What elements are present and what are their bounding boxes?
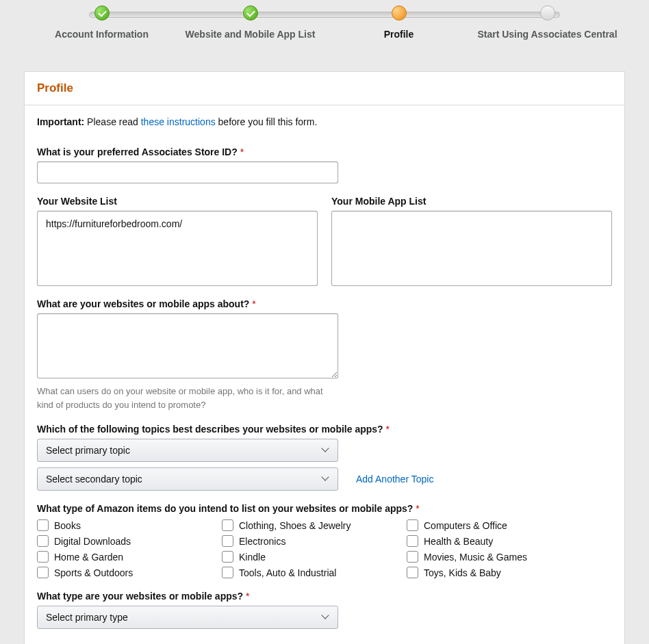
step-1: Website and Mobile App List: [176, 5, 324, 44]
checkbox-item[interactable]: Books: [37, 519, 222, 531]
card-header: Profile: [25, 72, 624, 105]
checkbox-label: Health & Beauty: [424, 536, 493, 547]
chevron-down-icon: [322, 446, 329, 452]
step-label: Account Information: [27, 29, 176, 40]
checkbox-label: Books: [54, 520, 81, 531]
important-prefix: Important:: [37, 116, 84, 127]
checkbox-box[interactable]: [37, 551, 49, 563]
checkbox-box[interactable]: [222, 551, 233, 563]
website-list-box[interactable]: https://furnitureforbedroom.com/: [37, 211, 318, 286]
chevron-down-icon: [322, 474, 329, 481]
card-title: Profile: [37, 81, 612, 95]
topic-primary-select[interactable]: Select primary topic: [37, 439, 338, 462]
checkbox-box[interactable]: [222, 519, 233, 531]
topic-secondary-select[interactable]: Select secondary topic: [37, 467, 338, 491]
step-label: Start Using Associates Central: [473, 29, 622, 40]
step-circle-done: [243, 5, 258, 21]
checkbox-item[interactable]: Movies, Music & Games: [407, 551, 591, 563]
checkbox-item[interactable]: Tools, Auto & Industrial: [222, 567, 407, 578]
step-0: Account Information: [27, 5, 176, 44]
store-id-input[interactable]: [37, 162, 338, 183]
progress-stepper: Account InformationWebsite and Mobile Ap…: [0, 0, 649, 71]
step-circle-active: [392, 5, 407, 21]
checkbox-box[interactable]: [407, 551, 418, 563]
checkbox-box[interactable]: [222, 567, 233, 578]
step-label: Profile: [324, 29, 473, 40]
checkbox-label: Home & Garden: [54, 552, 123, 563]
add-topic-link[interactable]: Add Another Topic: [356, 474, 433, 485]
checkbox-item[interactable]: Digital Downloads: [37, 535, 222, 547]
step-3: Start Using Associates Central: [473, 5, 622, 44]
required-star: *: [416, 503, 419, 514]
about-textarea[interactable]: [37, 313, 338, 378]
checkbox-box[interactable]: [37, 567, 49, 578]
checkbox-box[interactable]: [407, 519, 418, 531]
checkbox-item[interactable]: Health & Beauty: [407, 535, 591, 547]
items-label: What type of Amazon items do you intend …: [37, 503, 612, 514]
checkbox-label: Tools, Auto & Industrial: [239, 567, 336, 578]
checkbox-label: Computers & Office: [424, 520, 507, 531]
mobile-list-box[interactable]: [331, 211, 612, 286]
instructions-link[interactable]: these instructions: [141, 116, 216, 127]
required-star: *: [386, 424, 390, 435]
step-label: Website and Mobile App List: [176, 29, 324, 40]
checkbox-box[interactable]: [407, 535, 418, 547]
important-text-after: before you fill this form.: [216, 116, 318, 127]
chevron-down-icon: [322, 613, 329, 619]
checkbox-item[interactable]: Home & Garden: [37, 551, 222, 563]
important-notice: Important: Please read these instruction…: [37, 116, 612, 127]
checkbox-label: Clothing, Shoes & Jewelry: [239, 520, 351, 531]
type-label: What type are your websites or mobile ap…: [37, 591, 612, 602]
required-star: *: [252, 298, 255, 309]
select-value: Select primary type: [46, 612, 128, 623]
required-star: *: [246, 591, 249, 602]
step-circle-done: [94, 5, 110, 21]
checkbox-box[interactable]: [222, 535, 233, 547]
checkbox-box[interactable]: [37, 535, 49, 547]
step-2: Profile: [324, 5, 473, 44]
checkbox-item[interactable]: Electronics: [222, 535, 407, 547]
about-label: What are your websites or mobile apps ab…: [37, 298, 612, 309]
select-value: Select secondary topic: [46, 474, 142, 485]
about-hint: What can users do on your website or mob…: [37, 385, 338, 411]
checkbox-box[interactable]: [407, 567, 418, 578]
required-star: *: [240, 146, 244, 157]
important-text-before: Please read: [84, 116, 141, 127]
checkbox-label: Digital Downloads: [54, 536, 131, 547]
checkbox-box[interactable]: [37, 519, 49, 531]
checkbox-label: Sports & Outdoors: [54, 567, 133, 578]
checkbox-label: Toys, Kids & Baby: [424, 567, 501, 578]
checkbox-label: Movies, Music & Games: [424, 552, 527, 563]
store-id-label: What is your preferred Associates Store …: [37, 146, 612, 157]
checkbox-item[interactable]: Clothing, Shoes & Jewelry: [222, 519, 407, 531]
website-list-label: Your Website List: [37, 196, 318, 207]
checkbox-item[interactable]: Kindle: [222, 551, 407, 563]
checkbox-item[interactable]: Computers & Office: [407, 519, 591, 531]
profile-card: Profile Important: Please read these ins…: [24, 71, 625, 644]
checkbox-label: Kindle: [239, 552, 266, 563]
checkbox-item[interactable]: Sports & Outdoors: [37, 567, 222, 578]
select-value: Select primary topic: [46, 445, 130, 456]
checkbox-item[interactable]: Toys, Kids & Baby: [407, 567, 591, 578]
step-circle-pending: [540, 5, 555, 21]
mobile-list-label: Your Mobile App List: [331, 196, 612, 207]
checkbox-label: Electronics: [239, 536, 285, 547]
type-primary-select[interactable]: Select primary type: [37, 606, 338, 629]
website-list-item: https://furnitureforbedroom.com/: [46, 218, 182, 229]
topics-label: Which of the following topics best descr…: [37, 424, 612, 435]
